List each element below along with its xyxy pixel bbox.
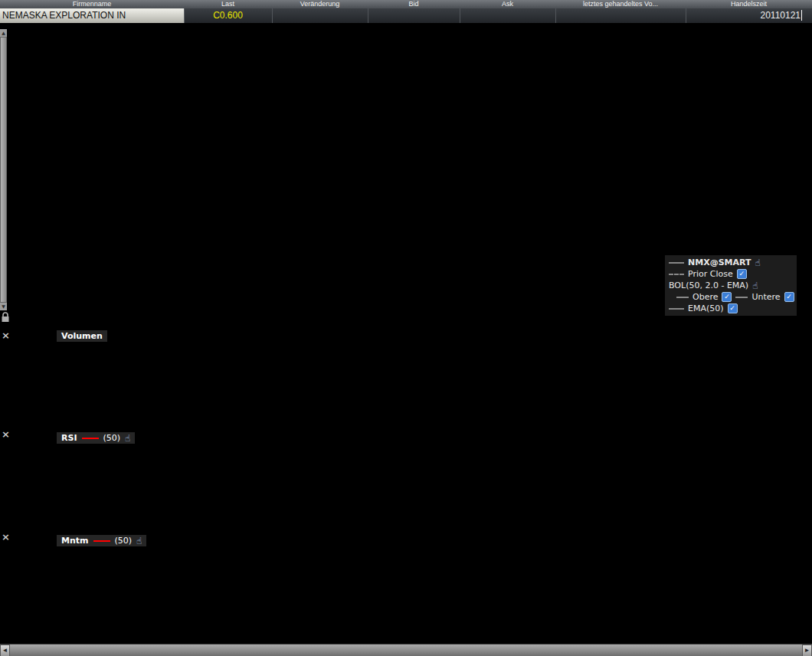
rsi-panel-title: RSI [61, 432, 77, 444]
header-cell-1[interactable]: Last [184, 0, 272, 8]
close-mntm-panel-icon[interactable]: × [2, 532, 10, 542]
legend-label-prior-close: Prior Close [688, 269, 733, 279]
quote-cell-divider [555, 8, 556, 23]
legend-row-nmx: NMX@SMART ☝ [665, 257, 797, 268]
scroll-down-icon[interactable]: ▼ [0, 303, 7, 310]
ema-checkbox[interactable]: ✓ [728, 303, 738, 313]
price-legend: NMX@SMART ☝ Prior Close ✓ BOL(50, 2.0 - … [665, 255, 797, 316]
prior-close-checkbox[interactable]: ✓ [737, 269, 747, 279]
ema-line-sample [669, 308, 684, 310]
rsi-panel-label[interactable]: RSI (50) ☝ [57, 432, 135, 444]
quote-cell-divider [686, 8, 686, 23]
rsi-param: (50) [103, 432, 121, 444]
trade-date-cell[interactable]: 20110121 [686, 8, 801, 23]
hand-cursor-icon[interactable]: ☝ [136, 536, 142, 546]
legend-row-ema: EMA(50) ✓ [665, 303, 797, 314]
legend-row-bands: Obere ✓ Untere ✓ [665, 291, 797, 303]
header-cell-0[interactable]: Firmenname [0, 0, 184, 8]
scroll-left-icon[interactable]: ◄ [0, 645, 10, 656]
chart-canvas [0, 0, 812, 656]
scrollbar-thumb[interactable] [0, 37, 7, 303]
quote-cell-divider [368, 8, 368, 23]
header-cell-5[interactable]: letztes gehandeltes Vo... [555, 0, 686, 8]
legend-label-nmx: NMX@SMART [688, 257, 751, 267]
rsi-line-sample [82, 438, 99, 439]
quote-cell-divider [272, 8, 273, 23]
untere-checkbox[interactable]: ✓ [784, 292, 794, 302]
scroll-up-icon[interactable]: ▲ [0, 29, 7, 37]
legend-label-ema: EMA(50) [688, 303, 724, 313]
mntm-line-sample [93, 540, 110, 542]
prior-close-line-sample [669, 274, 684, 275]
close-volume-panel-icon[interactable]: × [2, 330, 10, 340]
hand-cursor-icon[interactable]: ☝ [752, 281, 758, 290]
header-cell-3[interactable]: Bid [368, 0, 460, 8]
time-scrollbar[interactable]: ◄ ► [0, 644, 812, 656]
legend-row-prior-close: Prior Close ✓ [665, 268, 797, 280]
lock-shackle [3, 313, 8, 317]
quote-table-header: FirmennameLastVeränderungBidAskletztes g… [0, 0, 812, 8]
close-rsi-panel-icon[interactable]: × [2, 429, 10, 439]
price-vertical-scrollbar[interactable]: ▲ ▼ [0, 29, 7, 310]
header-cell-6[interactable]: Handelszeit [686, 0, 812, 8]
lock-icon[interactable] [1, 312, 10, 323]
mntm-panel-label[interactable]: Mntm (50) ☝ [57, 535, 146, 546]
mntm-param: (50) [115, 535, 133, 546]
header-cell-2[interactable]: Veränderung [272, 0, 368, 8]
mntm-panel-title: Mntm [61, 535, 89, 546]
lock-body [2, 317, 9, 322]
volume-panel-label[interactable]: Volumen [57, 330, 107, 342]
scroll-right-icon[interactable]: ► [802, 645, 812, 656]
legend-label-obere: Obere [692, 292, 718, 302]
hand-cursor-icon[interactable]: ☝ [125, 434, 130, 443]
hand-cursor-icon[interactable]: ☝ [755, 258, 761, 267]
legend-row-bol: BOL(50, 2.0 - EMA) ☝ [665, 280, 797, 291]
obere-line-sample [676, 297, 689, 298]
untere-line-sample [735, 297, 748, 298]
header-cell-4[interactable]: Ask [460, 0, 555, 8]
legend-label-bol: BOL(50, 2.0 - EMA) [669, 280, 748, 290]
legend-label-untere: Untere [751, 292, 780, 302]
last-price-cell[interactable]: C0.600 [184, 8, 272, 23]
volume-panel-title: Volumen [61, 330, 103, 342]
text-cursor [801, 10, 802, 21]
company-name-cell[interactable]: NEMASKA EXPLORATION IN [0, 8, 185, 23]
nmx-line-sample [669, 262, 684, 264]
quote-cell-divider [460, 8, 460, 23]
obere-checkbox[interactable]: ✓ [722, 292, 732, 302]
trading-workstation-window: { "header": { "columns": [ {"label": "Fi… [0, 0, 812, 656]
